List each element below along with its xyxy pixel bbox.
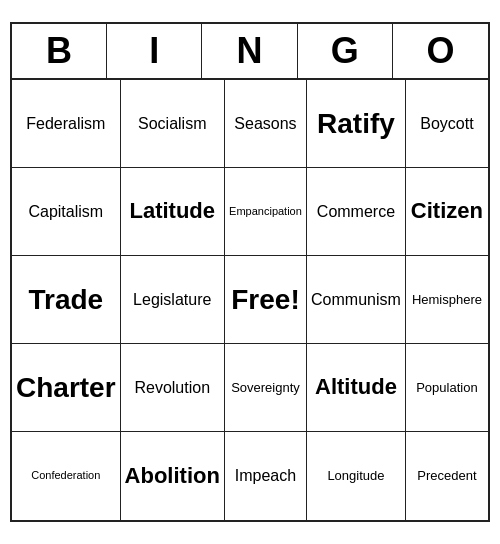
bingo-cell-r0-c4: Boycott — [406, 80, 488, 168]
bingo-cell-r3-c4: Population — [406, 344, 488, 432]
bingo-cell-r1-c1: Latitude — [121, 168, 225, 256]
bingo-cell-r2-c4: Hemisphere — [406, 256, 488, 344]
cell-text: Altitude — [315, 374, 397, 400]
cell-text: Legislature — [133, 290, 211, 309]
bingo-cell-r4-c4: Precedent — [406, 432, 488, 520]
bingo-header: BINGO — [12, 24, 488, 80]
header-letter-o: O — [393, 24, 488, 78]
cell-text: Confederation — [31, 469, 100, 482]
cell-text: Abolition — [125, 463, 220, 489]
bingo-cell-r1-c4: Citizen — [406, 168, 488, 256]
cell-text: Precedent — [417, 468, 476, 484]
cell-text: Commerce — [317, 202, 395, 221]
cell-text: Latitude — [129, 198, 215, 224]
bingo-cell-r3-c3: Altitude — [307, 344, 406, 432]
bingo-cell-r3-c0: Charter — [12, 344, 121, 432]
bingo-card: BINGO FederalismSocialismSeasonsRatifyBo… — [10, 22, 490, 522]
bingo-cell-r2-c0: Trade — [12, 256, 121, 344]
cell-text: Revolution — [134, 378, 210, 397]
bingo-cell-r4-c3: Longitude — [307, 432, 406, 520]
bingo-cell-r4-c0: Confederation — [12, 432, 121, 520]
bingo-cell-r2-c2: Free! — [225, 256, 307, 344]
cell-text: Boycott — [420, 114, 473, 133]
cell-text: Population — [416, 380, 477, 396]
cell-text: Trade — [28, 283, 103, 317]
bingo-cell-r0-c3: Ratify — [307, 80, 406, 168]
cell-text: Federalism — [26, 114, 105, 133]
header-letter-i: I — [107, 24, 202, 78]
cell-text: Socialism — [138, 114, 206, 133]
header-letter-b: B — [12, 24, 107, 78]
bingo-cell-r1-c2: Empancipation — [225, 168, 307, 256]
cell-text: Citizen — [411, 198, 483, 224]
bingo-cell-r4-c2: Impeach — [225, 432, 307, 520]
cell-text: Seasons — [234, 114, 296, 133]
bingo-grid: FederalismSocialismSeasonsRatifyBoycottC… — [12, 80, 488, 520]
header-letter-n: N — [202, 24, 297, 78]
bingo-cell-r3-c2: Sovereignty — [225, 344, 307, 432]
cell-text: Longitude — [327, 468, 384, 484]
bingo-cell-r0-c2: Seasons — [225, 80, 307, 168]
cell-text: Hemisphere — [412, 292, 482, 308]
bingo-cell-r0-c0: Federalism — [12, 80, 121, 168]
cell-text: Ratify — [317, 107, 395, 141]
cell-text: Communism — [311, 290, 401, 309]
bingo-cell-r4-c1: Abolition — [121, 432, 225, 520]
cell-text: Empancipation — [229, 205, 302, 218]
bingo-cell-r2-c1: Legislature — [121, 256, 225, 344]
bingo-cell-r1-c0: Capitalism — [12, 168, 121, 256]
cell-text: Capitalism — [28, 202, 103, 221]
bingo-cell-r0-c1: Socialism — [121, 80, 225, 168]
cell-text: Sovereignty — [231, 380, 300, 396]
cell-text: Free! — [231, 283, 299, 317]
cell-text: Charter — [16, 371, 116, 405]
cell-text: Impeach — [235, 466, 296, 485]
bingo-cell-r3-c1: Revolution — [121, 344, 225, 432]
bingo-cell-r2-c3: Communism — [307, 256, 406, 344]
bingo-cell-r1-c3: Commerce — [307, 168, 406, 256]
header-letter-g: G — [298, 24, 393, 78]
